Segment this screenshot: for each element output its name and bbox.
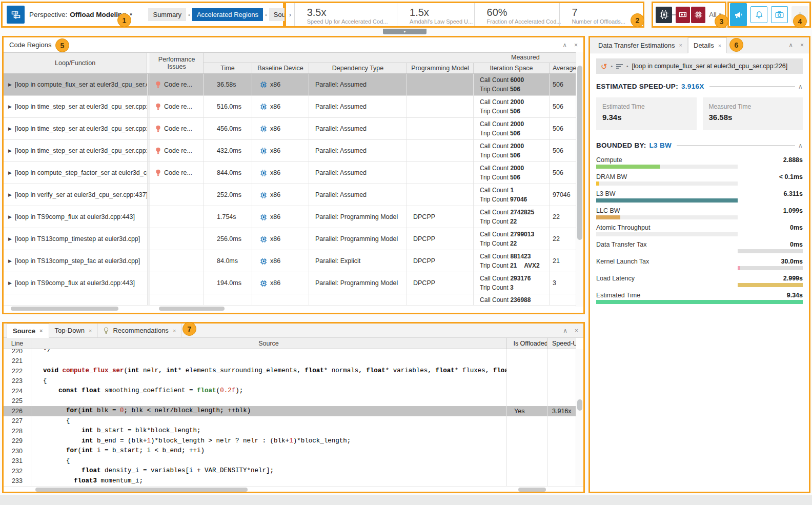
source-line-row[interactable]: 227 { [4,416,576,427]
column-header-time[interactable]: Time [204,63,252,73]
close-panel-icon[interactable]: × [574,42,578,49]
code-region-row[interactable]: ▶[loop in TS13comp_timestep at euler3d.c… [4,228,576,250]
expand-triangle-icon[interactable]: ▶ [8,236,12,241]
close-tab-icon[interactable]: × [679,42,682,48]
close-tab-icon[interactable]: × [89,328,92,334]
expand-triangle-icon[interactable]: ▶ [8,104,12,109]
code-region-row[interactable]: ▶[loop in compute_step_factor_ser at eul… [4,162,576,184]
baseline-device-cell: x86 [252,96,309,117]
tab-details[interactable]: Details × [688,37,727,53]
code-region-row[interactable]: ▶[loop in time_step_ser at euler3d_cpu_s… [4,140,576,162]
close-tab-icon[interactable]: × [173,328,176,334]
source-line-row[interactable]: 228 int b_start = blk*block_length; [4,426,576,436]
metric-bar-track [738,266,803,270]
notifications-bell-button[interactable] [750,6,767,23]
code-region-row[interactable]: ▶[loop in TS13comp_step_fac at euler3d.c… [4,250,576,272]
tab-accelerated-regions[interactable]: Accelerated Regions [192,8,263,21]
code-region-row[interactable]: ▶[loop in TS9comp_flux at euler3d.cpp:44… [4,272,576,294]
column-header-performance-issues[interactable]: PerformanceIssues [150,53,204,73]
source-line-row[interactable]: 222 void compute_flux_ser(int nelr, int*… [4,366,576,376]
close-panel-icon[interactable]: × [575,327,578,334]
performance-issues-cell[interactable]: Code re... [150,74,204,95]
column-header-average[interactable]: Average [550,63,576,73]
expand-triangle-icon[interactable]: ▶ [8,280,12,286]
vscroll-thumb[interactable] [577,66,582,240]
expand-metrics-button[interactable]: › [286,3,295,26]
code-region-row[interactable]: ▶[loop in time_step_ser at euler3d_cpu_s… [4,96,576,118]
programming-model-cell [407,140,474,161]
source-line-row[interactable]: 232 float density_i = variables[i + VAR_… [4,466,576,476]
performance-issues-cell[interactable]: Code re... [150,118,204,139]
close-tab-icon[interactable]: × [39,328,43,334]
average-cell: 22 [550,206,576,228]
column-header-speedup[interactable]: Speed-Up [547,338,576,349]
tab-data-transfer-estimations[interactable]: Data Transfer Estimations × [593,37,688,53]
collapse-section-icon[interactable]: ∧ [798,142,803,149]
collapse-section-icon[interactable]: ∧ [798,83,803,90]
gpu-device-icon[interactable] [676,7,690,23]
source-line-row[interactable]: 220 */ [4,349,576,356]
feedback-megaphone-button[interactable] [730,3,747,26]
collapse-panel-icon[interactable]: ∧ [563,327,567,334]
source-line-row[interactable]: 223 { [4,376,576,387]
tab-top-down[interactable]: Top-Down × [49,324,98,337]
vscroll-thumb[interactable] [577,399,582,411]
hscroll-thumb[interactable] [518,488,546,492]
programming-model-cell [407,184,474,206]
source-line-row[interactable]: 229 int b_end = (blk+1)*block_length > n… [4,436,576,447]
code-region-row[interactable]: Call Count 236988 [4,294,576,305]
source-panel: Source × Top-Down × Recommendations × ∧ … [2,322,585,493]
panel-collapse-handle[interactable]: ▼ [383,29,427,34]
tab-source[interactable]: Source × [7,324,49,338]
source-line-row[interactable]: 231 { [4,456,576,467]
hscroll-thumb[interactable] [11,307,118,311]
code-region-row[interactable]: ▶[loop in time_step_ser at euler3d_cpu_s… [4,118,576,140]
source-line-row[interactable]: 221 [4,356,576,367]
expand-triangle-icon[interactable]: ▶ [8,148,12,153]
annotation-badge-5: 5 [55,38,69,52]
performance-issues-cell[interactable]: Code re... [150,162,204,184]
collapse-panel-icon[interactable]: ∧ [788,42,793,49]
source-line-row[interactable]: 224 const float smoothing_coefficient = … [4,386,576,396]
code-region-row[interactable]: ▶[loop in verify_ser at euler3d_cpu_ser.… [4,184,576,206]
column-header-line[interactable]: Line [4,338,31,349]
expand-triangle-icon[interactable]: ▶ [8,126,12,131]
accelerator-device-icon[interactable] [691,7,705,23]
column-header-programming-model[interactable]: Programming Model [407,63,474,73]
column-header-is-offloaded[interactable]: Is Offloaded [506,338,547,349]
performance-issues-cell [150,294,204,305]
code-region-row[interactable]: ▶[loop in TS9comp_flux at euler3d.cpp:44… [4,206,576,228]
snapshot-camera-button[interactable] [771,6,788,23]
performance-issues-cell[interactable]: Code re... [150,96,204,117]
expand-triangle-icon[interactable]: ▶ [8,214,12,219]
column-header-iteration-space[interactable]: Iteration Space [474,63,550,73]
history-loop-icon[interactable]: ↺ [601,63,607,70]
expand-triangle-icon[interactable]: ▶ [8,170,12,175]
column-header-baseline-device[interactable]: Baseline Device [252,63,309,73]
hscroll-thumb[interactable] [35,488,248,492]
performance-issues-cell[interactable]: Code re... [150,140,204,161]
source-line-row[interactable]: 230 for(int i = b_start; i < b_end; ++i) [4,446,576,456]
source-line-row[interactable]: 225 [4,396,576,407]
close-tab-icon[interactable]: × [718,43,721,49]
code-region-row[interactable]: ▶[loop in compute_flux_ser at euler3d_cp… [4,74,576,96]
expand-triangle-icon[interactable]: ▶ [8,82,12,87]
close-panel-icon[interactable]: × [800,42,804,49]
hscroll-thumb[interactable] [159,307,225,311]
dependency-type-cell: Parallel: Programming Model [309,272,407,294]
metric-bar-row: LLC BW1.099s [596,205,803,219]
column-header-loop-function[interactable]: Loop/Function [4,53,147,73]
collapse-panel-icon[interactable]: ∧ [562,42,567,49]
cpu-device-icon[interactable] [656,7,672,23]
column-header-source[interactable]: Source [31,338,506,349]
view-levels-icon[interactable] [616,64,623,69]
tab-summary[interactable]: Summary [148,8,186,21]
column-header-dependency-type[interactable]: Dependency Type [309,63,407,73]
expand-triangle-icon[interactable]: ▶ [8,192,12,197]
line-number: 230 [4,446,31,456]
source-line-row[interactable]: 233 float3 momentum_i; [4,476,576,487]
source-line-row[interactable]: 226 for(int blk = 0; blk < nelr/block_le… [4,406,576,416]
tab-recommendations[interactable]: Recommendations × [98,324,182,337]
metric-label: Atomic Throughput [596,224,650,231]
expand-triangle-icon[interactable]: ▶ [8,258,12,264]
